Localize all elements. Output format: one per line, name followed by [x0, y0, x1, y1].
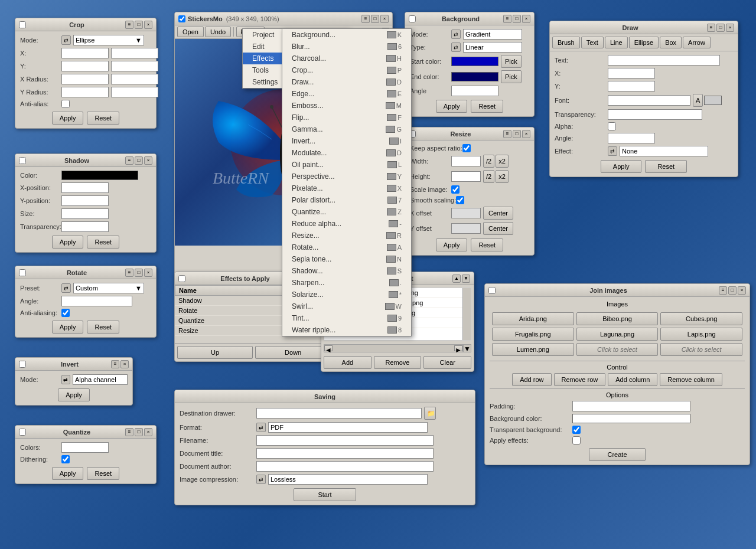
img-cell-lapis[interactable]: Lapis.png: [660, 328, 742, 341]
effect-invert[interactable]: Invert... I: [282, 135, 411, 147]
quantize-menu-btn[interactable]: ≡: [125, 428, 133, 436]
undo-btn[interactable]: Undo: [205, 27, 231, 37]
invert-enable-checkbox[interactable]: [19, 361, 26, 368]
quantize-enable-checkbox[interactable]: [19, 429, 26, 436]
resize-reset-btn[interactable]: Reset: [471, 238, 503, 251]
invert-mode-combo[interactable]: Alpha channel: [73, 374, 128, 385]
resize-menu-btn[interactable]: ≡: [503, 130, 511, 138]
draw-effect-combo[interactable]: None: [620, 146, 708, 156]
shadow-reset-btn[interactable]: Reset: [87, 236, 119, 249]
filename-input[interactable]: RNOEffects.pdf: [256, 435, 434, 446]
shadow-size-input[interactable]: 8: [61, 208, 109, 219]
xradius-input[interactable]: 48: [61, 74, 109, 84]
effect-crop[interactable]: Crop... P: [282, 64, 411, 76]
bg-min-btn[interactable]: □: [513, 15, 521, 23]
dest-browse-btn[interactable]: 📁: [424, 407, 436, 420]
font-pick-btn[interactable]: A: [693, 94, 703, 107]
start-color-swatch[interactable]: [451, 57, 498, 66]
img-cell-bibeo[interactable]: Bibeo.png: [576, 312, 659, 325]
x-input[interactable]: 167: [61, 48, 109, 58]
doc-author-input[interactable]: jPV^RNO: [256, 461, 434, 472]
rotate-apply-btn[interactable]: Apply: [52, 321, 84, 334]
dithering-checkbox[interactable]: [61, 455, 70, 463]
x-offset-center-btn[interactable]: Center: [483, 207, 513, 220]
hscroll-right[interactable]: ►: [454, 345, 462, 351]
draw-text-input[interactable]: ButteRNO Effect: [608, 55, 720, 66]
yradius-input2[interactable]: 67: [111, 87, 158, 97]
invert-mode-swap[interactable]: ⇄: [61, 375, 70, 384]
join-menu-btn[interactable]: ≡: [719, 286, 727, 295]
effect-solarize[interactable]: Solarize... *: [282, 289, 411, 300]
crop-min-btn[interactable]: □: [135, 21, 143, 29]
preset-swap-btn[interactable]: ⇄: [61, 283, 71, 293]
draw-reset-btn[interactable]: Reset: [645, 160, 687, 173]
font-input[interactable]: Lato/48: [608, 95, 690, 106]
invert-close-btn[interactable]: ×: [120, 360, 129, 368]
bg-type-combo[interactable]: Linear: [463, 42, 522, 53]
open-btn[interactable]: Open: [177, 27, 204, 37]
img-cell-cubes[interactable]: Cubes.png: [660, 312, 742, 325]
width-x2-btn[interactable]: x2: [496, 155, 509, 168]
keep-aspect-checkbox[interactable]: [462, 144, 471, 152]
effect-rotate[interactable]: Rotate... A: [282, 241, 411, 253]
start-btn[interactable]: Start: [294, 488, 356, 501]
draw-angle-input[interactable]: 0: [608, 133, 655, 143]
effect-quantize[interactable]: Quantize... Z: [282, 206, 411, 218]
dest-input[interactable]: RAM:: [256, 408, 422, 419]
bg-type-swap[interactable]: ⇄: [451, 43, 461, 52]
invert-apply-btn[interactable]: Apply: [58, 388, 90, 401]
angle-field-input[interactable]: 60: [451, 86, 498, 96]
img-cell-laguna[interactable]: Laguna.png: [576, 328, 659, 341]
effect-gamma[interactable]: Gamma... G: [282, 123, 411, 135]
rotate-enable-checkbox[interactable]: [19, 269, 26, 276]
main-close-btn[interactable]: ×: [380, 15, 389, 23]
join-min-btn[interactable]: □: [728, 286, 737, 295]
effect-flip[interactable]: Flip... F: [282, 112, 411, 123]
effect-edge[interactable]: Edge... E: [282, 88, 411, 100]
shadow-color-swatch[interactable]: [61, 171, 138, 180]
draw-alpha-checkbox[interactable]: [608, 122, 616, 130]
shadow-apply-btn[interactable]: Apply: [52, 236, 84, 249]
img-cell-click1[interactable]: Click to select: [576, 343, 659, 356]
rotate-close-btn[interactable]: ×: [144, 269, 152, 277]
rotate-min-btn[interactable]: □: [135, 269, 143, 277]
img-compress-combo[interactable]: Lossless: [268, 474, 428, 485]
remove-row-btn[interactable]: Remove row: [554, 373, 606, 386]
xradius-input2[interactable]: 48: [111, 74, 158, 84]
shadow-xpos-input[interactable]: 2: [61, 182, 109, 193]
effect-oilpaint[interactable]: Oil paint... L: [282, 159, 411, 171]
effect-reducealpha[interactable]: Reduce alpha... -: [282, 218, 411, 230]
apply-effects-checkbox[interactable]: [572, 436, 581, 445]
resize-apply-btn[interactable]: Apply: [436, 238, 468, 251]
bg-mode-swap[interactable]: ⇄: [451, 30, 461, 39]
join-close-btn[interactable]: ×: [738, 286, 746, 295]
effect-background[interactable]: Background... K: [282, 29, 411, 41]
shadow-menu-btn[interactable]: ≡: [125, 156, 133, 165]
mode-swap-btn[interactable]: ⇄: [61, 35, 71, 45]
draw-transparency-input[interactable]: 127: [608, 109, 702, 120]
bg-apply-btn[interactable]: Apply: [436, 100, 468, 113]
effect-shadow[interactable]: Shadow... S: [282, 265, 411, 277]
draw-effect-swap[interactable]: ⇄: [608, 146, 617, 156]
effect-emboss[interactable]: Emboss... M: [282, 100, 411, 112]
img-cell-frugalis[interactable]: Frugalis.png: [492, 328, 574, 341]
join-bg-color-swatch[interactable]: [572, 414, 690, 423]
files-scroll-up[interactable]: ▲: [452, 274, 461, 283]
ellipse-tool-btn[interactable]: Ellipse: [629, 37, 659, 48]
hscroll-left[interactable]: ◄: [324, 345, 333, 351]
quantize-reset-btn[interactable]: Reset: [87, 467, 119, 480]
resize-min-btn[interactable]: □: [513, 130, 521, 138]
effect-charcoal[interactable]: Charcoal... H: [282, 53, 411, 64]
format-swap[interactable]: ⇄: [256, 423, 266, 432]
bg-mode-combo[interactable]: Gradient: [463, 29, 522, 40]
box-tool-btn[interactable]: Box: [660, 37, 682, 48]
effect-polardistort[interactable]: Polar distort... 7: [282, 194, 411, 206]
crop-menu-btn[interactable]: ≡: [125, 21, 133, 29]
draw-x-input[interactable]: 21: [608, 68, 655, 79]
height-input[interactable]: 349: [451, 171, 481, 182]
main-menu-btn[interactable]: ≡: [361, 15, 370, 23]
draw-close-btn[interactable]: ×: [726, 24, 734, 32]
effect-blur[interactable]: Blur... 6: [282, 41, 411, 53]
effect-modulate[interactable]: Modulate... D: [282, 147, 411, 159]
y-offset-input[interactable]: [451, 223, 481, 234]
